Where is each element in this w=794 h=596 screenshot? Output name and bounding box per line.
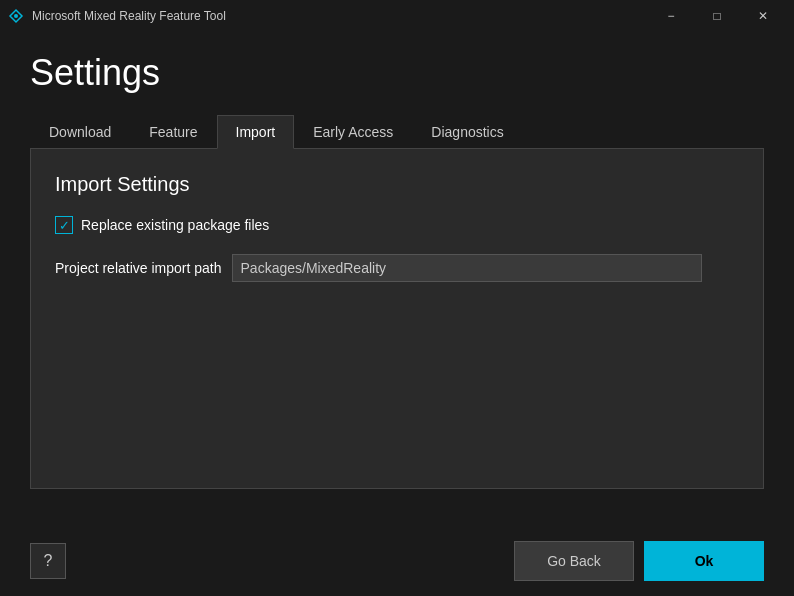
tab-download[interactable]: Download [30, 115, 130, 149]
maximize-button[interactable]: □ [694, 0, 740, 32]
go-back-button[interactable]: Go Back [514, 541, 634, 581]
replace-checkbox-label: Replace existing package files [81, 217, 269, 233]
close-button[interactable]: ✕ [740, 0, 786, 32]
import-path-row: Project relative import path [55, 254, 739, 282]
tab-diagnostics[interactable]: Diagnostics [412, 115, 522, 149]
title-bar: Microsoft Mixed Reality Feature Tool − □… [0, 0, 794, 32]
help-button[interactable]: ? [30, 543, 66, 579]
checkmark-icon: ✓ [59, 219, 70, 232]
ok-button[interactable]: Ok [644, 541, 764, 581]
tab-feature[interactable]: Feature [130, 115, 216, 149]
svg-point-1 [14, 14, 18, 18]
title-bar-text: Microsoft Mixed Reality Feature Tool [32, 9, 648, 23]
tab-bar: Download Feature Import Early Access Dia… [30, 114, 764, 149]
tab-early-access[interactable]: Early Access [294, 115, 412, 149]
app-icon [8, 8, 24, 24]
bottom-right-buttons: Go Back Ok [514, 541, 764, 581]
title-bar-controls: − □ ✕ [648, 0, 786, 32]
replace-checkbox[interactable]: ✓ [55, 216, 73, 234]
bottom-bar: ? Go Back Ok [0, 526, 794, 596]
main-content: Settings Download Feature Import Early A… [0, 32, 794, 499]
page-title: Settings [30, 52, 764, 94]
replace-checkbox-row: ✓ Replace existing package files [55, 216, 739, 234]
import-path-input[interactable] [232, 254, 702, 282]
tab-import[interactable]: Import [217, 115, 295, 149]
settings-panel: Import Settings ✓ Replace existing packa… [30, 149, 764, 489]
section-title: Import Settings [55, 173, 739, 196]
import-path-label: Project relative import path [55, 260, 222, 276]
minimize-button[interactable]: − [648, 0, 694, 32]
